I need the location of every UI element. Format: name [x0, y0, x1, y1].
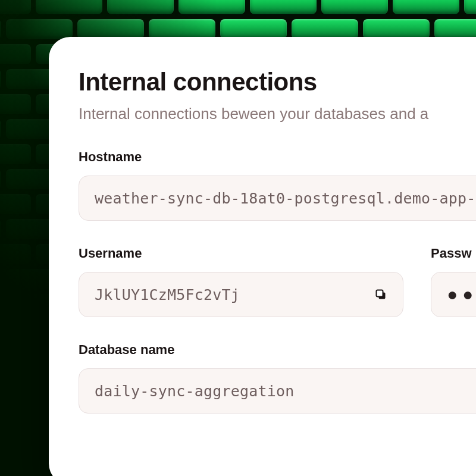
password-field[interactable]: ●●●●	[431, 272, 476, 317]
card-title: Internal connections	[79, 68, 476, 96]
database-name-value: daily-sync-aggregation	[95, 383, 476, 400]
username-label: Username	[79, 246, 403, 261]
hostname-label: Hostname	[79, 149, 476, 165]
card-subtitle: Internal connections beween your databas…	[79, 105, 476, 123]
connections-card: Internal connections Internal connection…	[49, 37, 476, 476]
hostname-value: weather-sync-db-18at0-postgresql.demo-ap…	[95, 190, 476, 207]
database-name-field[interactable]: daily-sync-aggregation	[79, 368, 476, 414]
hostname-field[interactable]: weather-sync-db-18at0-postgresql.demo-ap…	[79, 176, 476, 221]
password-label: Passw	[431, 246, 476, 261]
username-field[interactable]: JklUY1CzM5Fc2vTj	[79, 272, 403, 317]
password-value: ●●●●	[447, 284, 476, 305]
copy-icon[interactable]	[374, 288, 387, 301]
username-value: JklUY1CzM5Fc2vTj	[95, 286, 367, 303]
database-name-label: Database name	[79, 342, 476, 358]
svg-rect-1	[377, 290, 383, 297]
